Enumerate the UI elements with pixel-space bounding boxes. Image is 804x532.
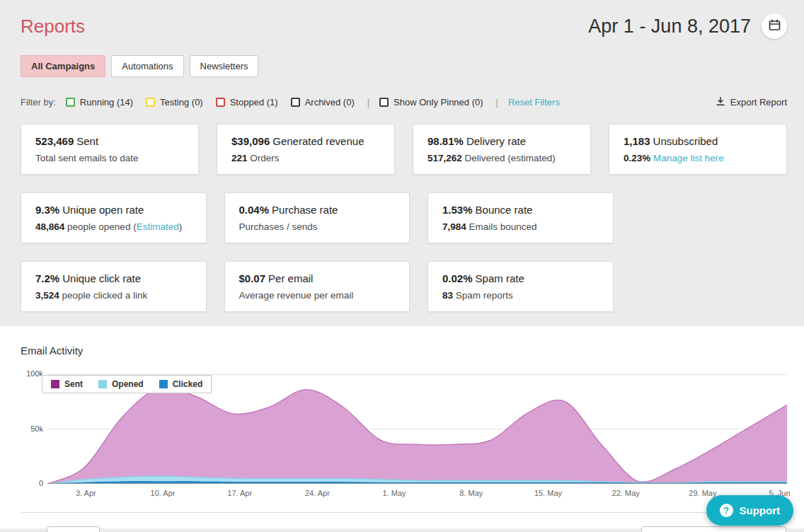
calendar-icon xyxy=(769,19,781,33)
stat-sub-text: people clicked a link xyxy=(59,290,148,301)
x-axis-tick-label: 10. Apr xyxy=(151,489,176,497)
stat-title: Generated revenue xyxy=(272,135,364,147)
stat-value: $0.07 xyxy=(239,272,266,284)
stat-sub-text: Delivered (estimated) xyxy=(462,153,556,163)
export-report-label: Export Report xyxy=(730,97,787,108)
legend-label: Opened xyxy=(112,379,144,389)
stat-sub-text: Purchases / sends xyxy=(239,221,318,232)
stat-value: 9.3% xyxy=(35,204,59,216)
stat-card-spam-rate: 0.02%Spam rate 83 Spam reports xyxy=(427,261,614,312)
clicked-swatch-icon xyxy=(159,380,168,388)
reports-top-section: Reports Apr 1 - Jun 8, 2017 All Campaign… xyxy=(0,0,804,326)
stats-row-3: 7.2%Unique click rate 3,524 people click… xyxy=(21,261,787,312)
legend-item-opened: Opened xyxy=(98,379,144,389)
stat-card-unsubscribed: 1,183Unsubscribed 0.23% Manage list here xyxy=(609,124,787,175)
tab-all-campaigns[interactable]: All Campaigns xyxy=(21,55,105,77)
stat-title: Spam rate xyxy=(476,272,524,284)
support-button[interactable]: ? Support xyxy=(706,495,794,526)
running-label: Running (14) xyxy=(80,97,133,108)
campaign-type-tabs: All Campaigns Automations Newsletters xyxy=(21,55,787,77)
date-range-label: Apr 1 - Jun 8, 2017 xyxy=(588,16,751,37)
filter-by-label: Filter by: xyxy=(21,97,56,108)
filter-stopped[interactable]: Stopped (1) xyxy=(216,97,278,108)
email-activity-section: Email Activity Sent Opened Clicked 3. Ap… xyxy=(0,326,804,528)
stat-value: 98.81% xyxy=(427,135,464,147)
filter-running[interactable]: Running (14) xyxy=(66,97,133,108)
manage-list-link[interactable]: Manage list here xyxy=(653,153,724,163)
running-checkbox[interactable] xyxy=(66,98,75,107)
x-axis-tick-label: 8. May xyxy=(459,489,483,497)
stat-title: Delivery rate xyxy=(466,135,526,147)
filter-bar: Filter by: Running (14) Testing (0) Stop… xyxy=(21,96,787,108)
testing-label: Testing (0) xyxy=(160,97,203,108)
filter-separator: | xyxy=(367,97,369,108)
stats-row-2: 9.3%Unique open rate 48,864 people opene… xyxy=(21,192,787,243)
archived-checkbox[interactable] xyxy=(291,98,300,107)
opened-swatch-icon xyxy=(98,380,107,388)
calendar-button[interactable] xyxy=(762,13,787,39)
stat-card-unique-open-rate: 9.3%Unique open rate 48,864 people opene… xyxy=(21,192,207,243)
x-axis-tick-label: 15. May xyxy=(534,489,562,497)
x-axis: 3. Apr10. Apr17. Apr24. Apr1. May8. May1… xyxy=(47,484,787,498)
stat-card-per-email: $0.07Per email Average revenue per email xyxy=(224,261,410,312)
stat-card-generated-revenue: $39,096Generated revenue 221 Orders xyxy=(217,124,395,175)
testing-checkbox[interactable] xyxy=(146,98,155,107)
stat-value: 7.2% xyxy=(35,272,59,284)
stat-sub-text: Spam reports xyxy=(453,290,513,301)
filter-show-only-pinned[interactable]: Show Only Pinned (0) xyxy=(379,97,483,108)
stat-title: Unique open rate xyxy=(62,204,144,216)
chart-legend: Sent Opened Clicked xyxy=(42,375,212,393)
y-axis-tick-label: 100k xyxy=(21,369,43,378)
stat-title: Unique click rate xyxy=(62,272,141,284)
legend-label: Sent xyxy=(64,379,83,389)
download-icon xyxy=(716,96,725,108)
stat-sub-text: Orders xyxy=(248,153,280,163)
stat-sub-value: 7,984 xyxy=(442,221,466,232)
tab-automations[interactable]: Automations xyxy=(111,55,183,77)
legend-item-sent: Sent xyxy=(51,379,83,389)
stat-value: 1.53% xyxy=(442,204,473,216)
stat-value: $39,096 xyxy=(231,135,270,147)
stat-sub-text: Average revenue per email xyxy=(239,290,354,301)
filter-testing[interactable]: Testing (0) xyxy=(146,97,203,108)
stat-value: 523,469 xyxy=(35,135,74,147)
export-report-button[interactable]: Export Report xyxy=(716,96,787,108)
stat-card-delivery-rate: 98.81%Delivery rate 517,262 Delivered (e… xyxy=(413,124,591,175)
empty-grid-cell xyxy=(631,192,788,243)
date-range-picker: Apr 1 - Jun 8, 2017 xyxy=(588,13,787,39)
x-axis-tick-label: 17. Apr xyxy=(227,489,252,497)
filter-archived[interactable]: Archived (0) xyxy=(291,97,355,108)
stats-row-1: 523,469Sent Total sent emails to date $3… xyxy=(21,124,787,175)
stat-sub-value: 0.23% xyxy=(624,153,650,163)
x-axis-tick-label: 22. May xyxy=(612,489,640,497)
x-axis-tick-label: 29. May xyxy=(689,489,716,497)
tab-newsletters[interactable]: Newsletters xyxy=(190,55,259,77)
section-divider xyxy=(21,512,784,513)
stat-sub-value: 221 xyxy=(231,153,248,163)
filter-separator: | xyxy=(496,97,498,108)
x-axis-tick-label: 3. Apr xyxy=(76,489,96,497)
stat-title: Sent xyxy=(76,135,98,147)
y-axis-tick-label: 0 xyxy=(21,479,43,487)
empty-grid-cell xyxy=(631,261,788,312)
stopped-checkbox[interactable] xyxy=(216,98,225,107)
bottom-control-right[interactable] xyxy=(641,526,786,532)
legend-label: Clicked xyxy=(173,379,203,389)
support-label: Support xyxy=(740,504,781,516)
stat-title: Purchase rate xyxy=(272,204,338,216)
estimated-link[interactable]: Estimated xyxy=(137,221,179,232)
stat-card-unique-click-rate: 7.2%Unique click rate 3,524 people click… xyxy=(21,261,207,312)
stat-sub-text: Total sent emails to date xyxy=(35,153,139,163)
bottom-control-left[interactable] xyxy=(47,526,100,532)
show-only-pinned-label: Show Only Pinned (0) xyxy=(394,97,483,108)
stat-title: Bounce rate xyxy=(476,204,533,216)
stat-sub-suffix: ) xyxy=(179,221,183,232)
archived-label: Archived (0) xyxy=(305,97,355,108)
chart-title: Email Activity xyxy=(21,345,787,357)
stat-value: 0.02% xyxy=(442,272,473,284)
reset-filters-link[interactable]: Reset Filters xyxy=(508,97,560,108)
show-only-pinned-checkbox[interactable] xyxy=(379,98,389,107)
stopped-label: Stopped (1) xyxy=(230,97,278,108)
stat-card-bounce-rate: 1.53%Bounce rate 7,984 Emails bounced xyxy=(427,192,614,243)
stat-sub-value: 48,864 xyxy=(35,221,64,232)
